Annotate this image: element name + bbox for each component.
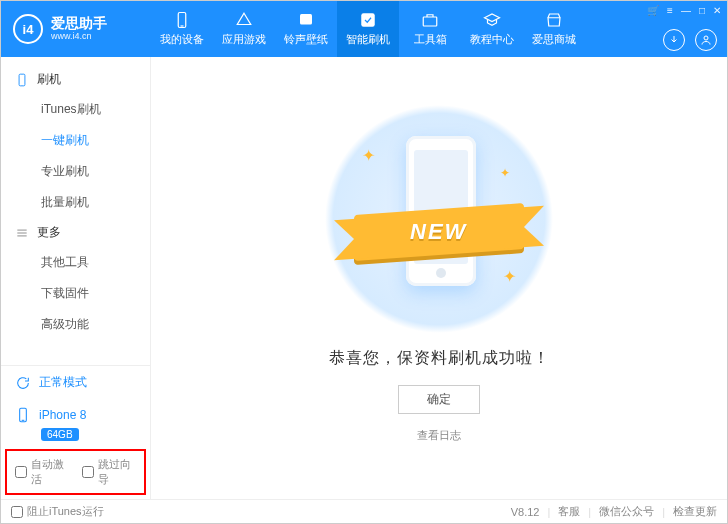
list-icon [15,226,29,240]
tab-store[interactable]: 爱思商城 [523,1,585,57]
device-name: iPhone 8 [39,408,86,422]
svg-rect-6 [19,74,25,86]
sidebar-section-more[interactable]: 更多 [1,218,150,247]
sidebar-item-download-fw[interactable]: 下载固件 [1,278,150,309]
auto-activate-label: 自动激活 [31,457,70,487]
device-mode-label: 正常模式 [39,374,87,391]
toolbox-icon [421,11,439,29]
tab-label: 智能刷机 [346,32,390,47]
sidebar-section-label: 刷机 [37,71,61,88]
sidebar-section-label: 更多 [37,224,61,241]
svg-rect-2 [300,14,312,25]
success-illustration: ✦ ✦ ✦ NEW [324,104,554,334]
tab-label: 教程中心 [470,32,514,47]
tab-ringtones[interactable]: 铃声壁纸 [275,1,337,57]
sidebar-item-itunes-flash[interactable]: iTunes刷机 [1,94,150,125]
brand-subtitle: www.i4.cn [51,32,107,42]
tab-tools[interactable]: 工具箱 [399,1,461,57]
device-icon [173,11,191,29]
auto-activate-input[interactable] [15,466,27,478]
version-label: V8.12 [511,506,540,518]
success-message: 恭喜您，保资料刷机成功啦！ [329,348,550,369]
graduation-icon [483,11,501,29]
close-button[interactable]: ✕ [713,5,721,16]
minimize-button[interactable]: — [681,5,691,16]
flash-options-highlight: 自动激活 跳过向导 [5,449,146,495]
brand-title: 爱思助手 [51,16,107,31]
brand: i4 爱思助手 www.i4.cn [1,14,151,44]
sidebar-item-pro-flash[interactable]: 专业刷机 [1,156,150,187]
block-itunes-checkbox[interactable]: 阻止iTunes运行 [11,504,104,519]
skip-guide-input[interactable] [82,466,94,478]
svg-point-5 [704,36,708,40]
window-controls: 🛒 ≡ — □ ✕ [647,5,721,16]
tab-my-device[interactable]: 我的设备 [151,1,213,57]
apps-icon [235,11,253,29]
status-bar: 阻止iTunes运行 V8.12 | 客服 | 微信公众号 | 检查更新 [1,499,727,523]
phone-icon [15,407,31,423]
phone-icon [15,73,29,87]
sidebar-item-advanced[interactable]: 高级功能 [1,309,150,340]
app-header: i4 爱思助手 www.i4.cn 我的设备 应用游戏 铃声壁纸 智能刷机 工具… [1,1,727,57]
block-itunes-label: 阻止iTunes运行 [27,504,104,519]
sparkle-icon: ✦ [362,146,375,165]
header-right [663,29,717,51]
tab-tutorials[interactable]: 教程中心 [461,1,523,57]
view-log-link[interactable]: 查看日志 [417,428,461,443]
auto-activate-checkbox[interactable]: 自动激活 [15,457,70,487]
flash-icon [359,11,377,29]
svg-rect-4 [423,17,437,26]
footer-link-wechat[interactable]: 微信公众号 [599,504,654,519]
tab-label: 应用游戏 [222,32,266,47]
sidebar-section-flash[interactable]: 刷机 [1,65,150,94]
tab-label: 工具箱 [414,32,447,47]
footer-link-support[interactable]: 客服 [558,504,580,519]
store-icon [545,11,563,29]
svg-rect-3 [361,13,375,27]
cart-icon[interactable]: 🛒 [647,5,659,16]
sidebar-item-batch-flash[interactable]: 批量刷机 [1,187,150,218]
sparkle-icon: ✦ [500,166,510,180]
sidebar-item-onekey-flash[interactable]: 一键刷机 [1,125,150,156]
skip-guide-checkbox[interactable]: 跳过向导 [82,457,137,487]
account-button[interactable] [695,29,717,51]
block-itunes-input[interactable] [11,506,23,518]
tab-label: 我的设备 [160,32,204,47]
menu-icon[interactable]: ≡ [667,5,673,16]
device-storage-badge: 64GB [41,427,150,441]
svg-rect-0 [178,13,186,28]
main-panel: ✦ ✦ ✦ NEW 恭喜您，保资料刷机成功啦！ 确定 查看日志 [151,57,727,499]
sidebar-item-other-tools[interactable]: 其他工具 [1,247,150,278]
ok-button[interactable]: 确定 [398,385,480,414]
footer-link-update[interactable]: 检查更新 [673,504,717,519]
download-button[interactable] [663,29,685,51]
refresh-icon [15,375,31,391]
sidebar: 刷机 iTunes刷机 一键刷机 专业刷机 批量刷机 更多 其他工具 下载固件 … [1,57,151,499]
tab-flash[interactable]: 智能刷机 [337,1,399,57]
skip-guide-label: 跳过向导 [98,457,137,487]
maximize-button[interactable]: □ [699,5,705,16]
svg-rect-10 [20,408,27,421]
tab-apps[interactable]: 应用游戏 [213,1,275,57]
main-tabs: 我的设备 应用游戏 铃声壁纸 智能刷机 工具箱 教程中心 爱思商城 [151,1,727,57]
sparkle-icon: ✦ [503,267,516,286]
brand-logo: i4 [13,14,43,44]
tab-label: 铃声壁纸 [284,32,328,47]
tab-label: 爱思商城 [532,32,576,47]
gallery-icon [297,11,315,29]
device-mode[interactable]: 正常模式 [1,366,150,399]
